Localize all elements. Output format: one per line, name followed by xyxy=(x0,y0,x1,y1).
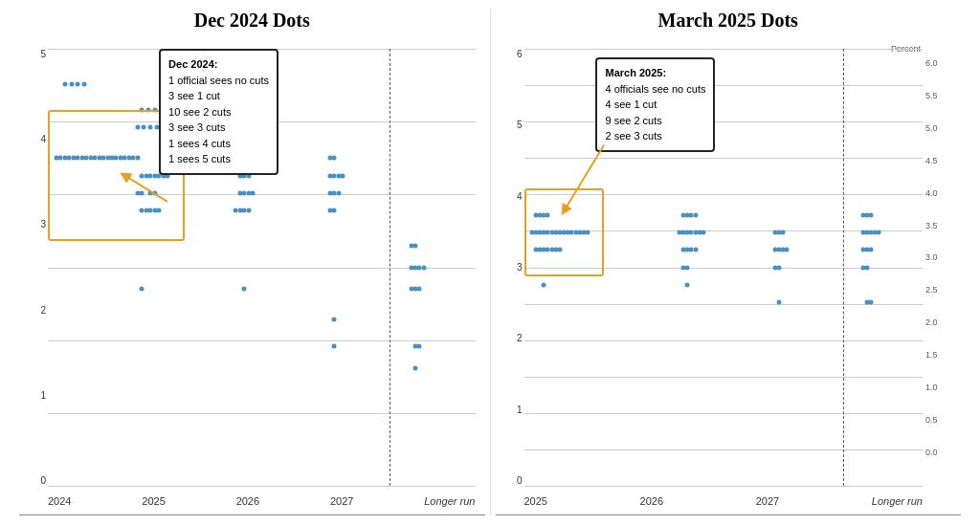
right-x-axis: 2025 2026 2027 Longer run xyxy=(524,495,924,507)
right-chart-area: 6 5 4 3 2 1 0 Percent 6.0 5.5 5.0 4.5 4.… xyxy=(496,39,962,515)
left-y-axis: 5 4 3 2 1 0 xyxy=(19,49,46,486)
left-ann-line-5: 1 sees 4 cuts xyxy=(168,136,269,152)
right-chart-panel: March 2025 Dots 6 5 4 3 2 1 0 Percent 6.… xyxy=(496,10,962,515)
chart-divider xyxy=(490,10,491,515)
left-ann-line-4: 3 see 3 cuts xyxy=(168,120,269,136)
right-chart-inner: Percent 6.0 5.5 5.0 4.5 4.0 3.5 3.0 2.5 … xyxy=(524,49,924,486)
right-ann-line-2: 4 see 1 cut xyxy=(605,97,705,113)
right-ann-line-1: 4 officials see no cuts xyxy=(605,81,705,98)
left-chart-panel: Dec 2024 Dots 5 4 3 2 1 0 xyxy=(19,10,485,515)
charts-container: Dec 2024 Dots 5 4 3 2 1 0 xyxy=(0,0,980,525)
left-ann-line-6: 1 sees 5 cuts xyxy=(168,151,269,167)
right-y-axis-right: 6.0 5.5 5.0 4.5 4.0 3.5 3.0 2.5 2.0 1.5 … xyxy=(925,58,959,457)
left-ann-line-3: 10 see 2 cuts xyxy=(168,104,269,120)
right-chart-title: March 2025 Dots xyxy=(496,10,962,32)
right-annotation-box: March 2025: 4 officials see no cuts 4 se… xyxy=(595,57,715,152)
right-ann-line-4: 2 see 3 cuts xyxy=(605,128,705,144)
left-annotation-title: Dec 2024: xyxy=(168,56,269,73)
right-y-axis-left: 6 5 4 3 2 1 0 xyxy=(496,49,523,486)
left-ann-line-1: 1 official sees no cuts xyxy=(168,73,269,89)
left-annotation-box: Dec 2024: 1 official sees no cuts 3 see … xyxy=(159,49,278,175)
right-annotation-title: March 2025: xyxy=(605,65,705,81)
right-dots-layer xyxy=(524,49,924,486)
left-x-axis: 2024 2025 2026 2027 Longer run xyxy=(48,495,476,507)
left-chart-title: Dec 2024 Dots xyxy=(19,10,485,32)
left-ann-line-2: 3 see 1 cut xyxy=(168,88,269,104)
right-ann-line-3: 9 see 2 cuts xyxy=(605,113,705,129)
left-chart-area: 5 4 3 2 1 0 xyxy=(19,39,485,515)
left-chart-inner: Dec 2024: 1 official sees no cuts 3 see … xyxy=(48,49,476,486)
